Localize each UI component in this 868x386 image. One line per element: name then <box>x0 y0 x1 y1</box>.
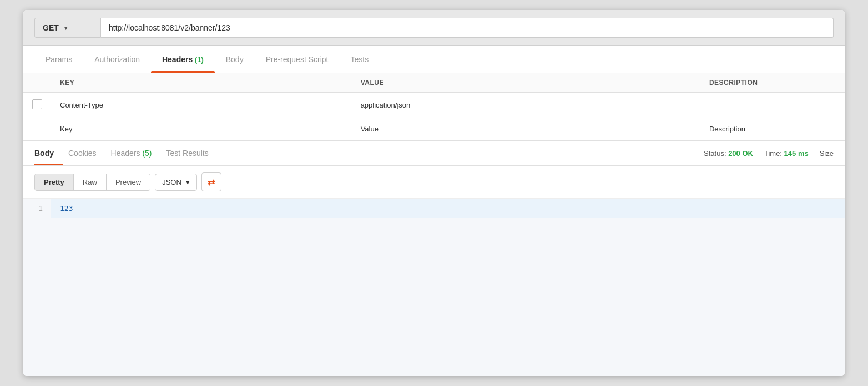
time-label: Time: <box>764 149 782 158</box>
col-header-check <box>23 73 51 93</box>
tab-body[interactable]: Body <box>215 46 255 73</box>
header-value-placeholder[interactable]: Value <box>352 118 700 140</box>
resp-tab-headers[interactable]: Headers (5) <box>111 141 161 165</box>
request-tabs: Params Authorization Headers (1) Body Pr… <box>23 46 845 73</box>
table-row-new: Key Value Description <box>23 118 845 140</box>
tab-headers[interactable]: Headers (1) <box>151 46 215 73</box>
headers-table: KEY VALUE DESCRIPTION Content-Type appli… <box>23 73 845 140</box>
tab-params[interactable]: Params <box>34 46 83 73</box>
status-value: 200 OK <box>728 149 753 158</box>
tab-pre-request-script[interactable]: Pre-request Script <box>255 46 340 73</box>
fmt-pretty[interactable]: Pretty <box>35 174 74 190</box>
tab-authorization[interactable]: Authorization <box>83 46 151 73</box>
format-group: Pretty Raw Preview <box>34 174 150 191</box>
tab-tests[interactable]: Tests <box>339 46 380 73</box>
header-desc-cell <box>700 93 845 118</box>
code-area: 1 123 <box>23 199 845 376</box>
line-content: 123 <box>51 199 845 218</box>
header-key-placeholder[interactable]: Key <box>51 118 352 140</box>
headers-section: KEY VALUE DESCRIPTION Content-Type appli… <box>23 73 845 140</box>
postman-window: GET ▾ Params Authorization Headers (1) B… <box>23 10 845 376</box>
row-checkbox[interactable] <box>32 99 42 109</box>
line-number: 1 <box>23 199 51 218</box>
wrap-button[interactable]: ⇄ <box>201 172 221 191</box>
resp-tab-cookies[interactable]: Cookies <box>68 141 105 165</box>
method-chevron: ▾ <box>64 25 67 31</box>
method-select[interactable]: GET ▾ <box>34 18 101 38</box>
url-bar: GET ▾ <box>23 10 845 46</box>
header-key-cell[interactable]: Content-Type <box>51 93 352 118</box>
fmt-preview[interactable]: Preview <box>107 174 150 190</box>
header-value-cell[interactable]: application/json <box>352 93 700 118</box>
fmt-raw[interactable]: Raw <box>74 174 107 190</box>
col-header-key: KEY <box>51 73 352 93</box>
wrap-icon: ⇄ <box>208 177 215 187</box>
response-tabs-bar: Body Cookies Headers (5) Test Results St… <box>23 141 845 166</box>
url-input[interactable] <box>101 18 834 38</box>
code-line: 1 123 <box>23 199 845 218</box>
type-select[interactable]: JSON ▾ <box>155 174 197 191</box>
table-row: Content-Type application/json <box>23 93 845 118</box>
col-header-description: DESCRIPTION <box>700 73 845 93</box>
size-label: Size <box>820 149 834 158</box>
time-value: 145 ms <box>784 149 809 158</box>
col-header-value: VALUE <box>352 73 700 93</box>
status-label: Status: <box>704 149 726 158</box>
format-bar: Pretty Raw Preview JSON ▾ ⇄ <box>23 166 845 199</box>
resp-tab-body[interactable]: Body <box>34 141 63 165</box>
header-desc-placeholder[interactable]: Description <box>700 118 845 140</box>
method-label: GET <box>43 23 59 32</box>
resp-tab-test-results[interactable]: Test Results <box>166 141 218 165</box>
type-chevron: ▾ <box>186 178 190 186</box>
response-section: Body Cookies Headers (5) Test Results St… <box>23 140 845 376</box>
type-label: JSON <box>162 178 181 186</box>
response-meta: Status: 200 OK Time: 145 ms Size <box>704 149 834 158</box>
